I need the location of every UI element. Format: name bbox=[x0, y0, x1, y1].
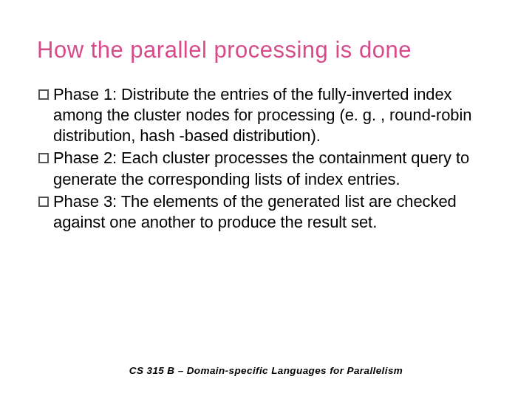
slide-footer: CS 315 B – Domain-specific Languages for… bbox=[37, 341, 495, 377]
list-item: Phase 2: Each cluster processes the cont… bbox=[37, 148, 495, 189]
footer-text: CS 315 B – Domain-specific Languages for… bbox=[129, 365, 403, 376]
list-item: Phase 3: The elements of the generated l… bbox=[37, 191, 495, 233]
bullet-text: Phase 3: The elements of the generated l… bbox=[53, 191, 495, 233]
slide-content: Phase 1: Distribute the entries of the f… bbox=[37, 84, 495, 341]
list-item: Phase 1: Distribute the entries of the f… bbox=[37, 84, 495, 146]
bullet-text: Phase 2: Each cluster processes the cont… bbox=[53, 148, 495, 189]
slide: How the parallel processing is done Phas… bbox=[0, 0, 532, 399]
slide-title: How the parallel processing is done bbox=[37, 37, 495, 64]
bullet-text: Phase 1: Distribute the entries of the f… bbox=[53, 84, 495, 146]
square-bullet-icon bbox=[38, 89, 49, 100]
square-bullet-icon bbox=[38, 197, 49, 207]
square-bullet-icon bbox=[38, 153, 49, 163]
